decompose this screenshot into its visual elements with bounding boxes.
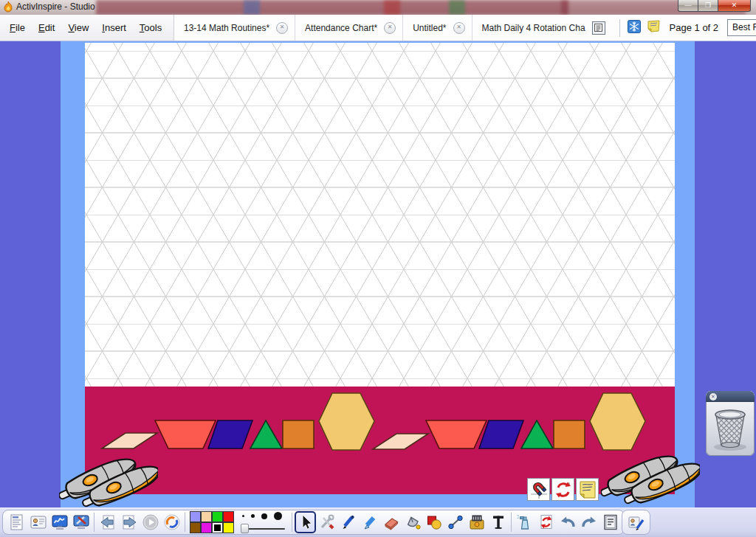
window-controls: — ❐ ✕ <box>678 0 751 12</box>
app-logo-flame-icon <box>4 1 13 15</box>
annotate-desktop-tool[interactable] <box>49 511 70 533</box>
tab-close-icon[interactable]: ✕ <box>384 22 396 34</box>
select-tool[interactable] <box>295 511 316 533</box>
undo-tool[interactable] <box>557 511 578 533</box>
tab-attendance-chart[interactable]: Attendance Chart* ✕ <box>295 15 403 41</box>
start-vote-icon <box>142 513 159 531</box>
page-note-button[interactable] <box>576 478 599 501</box>
desktop-tools-tool[interactable] <box>70 511 92 533</box>
magnet-icon <box>529 480 549 499</box>
toolbar-separator <box>185 513 185 532</box>
tab-13-14-math-routines[interactable]: 13-14 Math Routines* ✕ <box>174 15 295 41</box>
main-menu-tool[interactable] <box>6 511 27 533</box>
previous-page-icon <box>99 513 117 531</box>
trash-header: ✕ <box>706 391 755 402</box>
square-block-1[interactable] <box>283 420 314 448</box>
highlighter-tool[interactable] <box>359 511 380 533</box>
menu-and-tab-bar: File Edit View Insert Tools Help 13-14 M… <box>0 15 756 41</box>
note-icon <box>578 480 597 499</box>
trash-body <box>706 402 755 452</box>
clear-tool[interactable] <box>514 511 535 533</box>
fill-tool[interactable] <box>402 511 423 533</box>
insert-media-icon <box>468 513 486 531</box>
tab-label: Untitled* <box>413 23 446 33</box>
pen-width-dot[interactable] <box>274 512 282 520</box>
color-swatch[interactable] <box>212 511 223 522</box>
connector-icon <box>447 513 464 531</box>
tab-close-icon[interactable]: ✕ <box>453 22 465 34</box>
text-icon <box>489 513 507 531</box>
menu-insert[interactable]: Insert <box>95 19 133 36</box>
tab-math-daily-4-rotation[interactable]: Math Daily 4 Rotation Cha <box>472 15 612 41</box>
page-menu-tool[interactable] <box>599 511 621 533</box>
pen-width-dot[interactable] <box>242 515 244 517</box>
color-swatch[interactable] <box>212 522 223 533</box>
flipchart-trash[interactable]: ✕ <box>706 391 755 456</box>
pen-width-dot[interactable] <box>251 514 255 518</box>
eraser-tool[interactable] <box>380 511 402 533</box>
activinspire-window: ActivInspire - Studio — ❐ ✕ File Edit Vi… <box>0 0 756 537</box>
page-corner-buttons <box>527 478 599 501</box>
tab-untitled[interactable]: Untitled* ✕ <box>403 15 472 41</box>
page-menu-icon <box>602 513 619 531</box>
resource-browser-icon <box>30 513 47 531</box>
snap-to-grid-button[interactable] <box>527 478 550 501</box>
menu-view[interactable]: View <box>61 19 95 36</box>
color-swatch[interactable] <box>190 522 201 533</box>
shapes-tool[interactable] <box>423 511 444 533</box>
start-vote-tool[interactable] <box>140 511 161 533</box>
background-window-blob <box>96 0 568 15</box>
minimize-button[interactable]: — <box>678 0 698 12</box>
close-button[interactable]: ✕ <box>718 0 751 12</box>
toolbar-separator <box>94 513 94 532</box>
page-list-icon[interactable] <box>592 21 605 35</box>
undo-icon <box>559 513 577 531</box>
snowflake-icon[interactable] <box>628 20 641 36</box>
text-tool[interactable] <box>487 511 509 533</box>
next-page-tool[interactable] <box>118 511 140 533</box>
pen-width-slider[interactable] <box>241 524 285 533</box>
background-window-blob <box>244 0 260 15</box>
profile-edit-tool[interactable] <box>625 511 647 533</box>
color-swatch[interactable] <box>190 511 201 522</box>
express-poll-icon <box>163 513 181 531</box>
pen-tool[interactable] <box>337 511 359 533</box>
reset-page-tool[interactable] <box>535 511 557 533</box>
slider-handle[interactable] <box>241 524 249 533</box>
sticky-note-icon[interactable] <box>647 19 661 36</box>
square-block-2[interactable] <box>554 420 585 448</box>
color-swatch[interactable] <box>223 522 234 533</box>
reset-page-button[interactable] <box>551 478 574 501</box>
previous-page-tool[interactable] <box>97 511 118 533</box>
menu-tools[interactable]: Tools <box>133 19 168 36</box>
color-swatch[interactable] <box>201 511 212 522</box>
tab-close-icon[interactable]: ✕ <box>276 22 288 34</box>
express-poll-tool[interactable] <box>161 511 182 533</box>
tools-menu-tool[interactable] <box>316 511 337 533</box>
next-page-icon <box>120 513 138 531</box>
title-bar: ActivInspire - Studio — ❐ ✕ <box>0 0 756 15</box>
tools-menu-icon <box>318 513 336 531</box>
pen-width-dot[interactable] <box>261 513 267 519</box>
background-window-blob <box>384 0 400 15</box>
connector-tool[interactable] <box>444 511 466 533</box>
insert-media-tool[interactable] <box>466 511 487 533</box>
flipchart-page[interactable] <box>85 43 675 494</box>
resource-browser-tool[interactable] <box>27 511 49 533</box>
maximize-button[interactable]: ❐ <box>698 0 718 12</box>
profile-tool-panel <box>622 510 650 535</box>
trash-close-icon[interactable]: ✕ <box>709 393 717 401</box>
color-swatch[interactable] <box>223 511 234 522</box>
color-swatch[interactable] <box>201 522 212 533</box>
zoom-mode-select[interactable]: Best Fit ▼ <box>727 19 756 36</box>
window-title: ActivInspire - Studio <box>16 1 95 12</box>
activpen-image[interactable] <box>601 446 700 509</box>
refresh-icon <box>554 480 573 499</box>
activpen-image[interactable] <box>59 448 158 512</box>
tab-label: 13-14 Math Routines* <box>184 23 269 33</box>
clear-icon <box>516 513 534 531</box>
menu-file[interactable]: File <box>3 19 32 36</box>
menu-edit[interactable]: Edit <box>32 19 61 36</box>
redo-tool[interactable] <box>578 511 599 533</box>
separator <box>619 19 620 37</box>
